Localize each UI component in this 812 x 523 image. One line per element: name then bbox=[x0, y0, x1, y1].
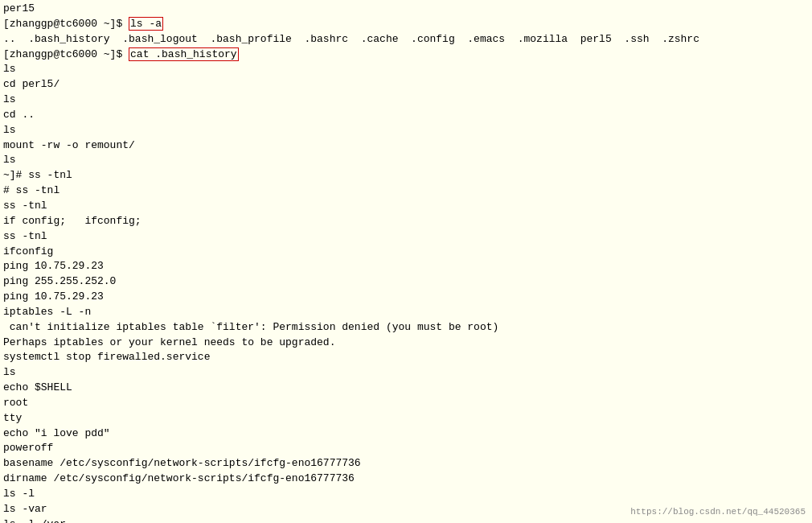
terminal-line: iptables -L -n bbox=[3, 305, 809, 320]
terminal-line: ss -tnl bbox=[3, 229, 809, 245]
prompt-text: [zhanggp@tc6000 ~]$ bbox=[3, 18, 129, 30]
terminal-line: poweroff bbox=[3, 441, 809, 456]
terminal-content: per15[zhanggp@tc6000 ~]$ ls -a.. .bash_h… bbox=[3, 2, 809, 523]
terminal-line: cd .. bbox=[3, 108, 809, 123]
command-highlight: ls -a bbox=[129, 17, 163, 31]
prompt-text: [zhanggp@tc6000 ~]$ bbox=[3, 48, 129, 60]
terminal-line: per15 bbox=[3, 2, 809, 17]
terminal-line: tty bbox=[3, 411, 809, 426]
terminal-line: mount -rw -o remount/ bbox=[3, 138, 809, 154]
terminal-line: ls bbox=[3, 62, 809, 77]
terminal-line: ls bbox=[3, 123, 809, 138]
terminal-line: [zhanggp@tc6000 ~]$ cat .bash_history bbox=[3, 47, 809, 63]
terminal-line: ss -tnl bbox=[3, 199, 809, 214]
terminal-line: echo "i love pdd" bbox=[3, 426, 809, 442]
terminal-line: Perhaps iptables or your kernel needs to… bbox=[3, 336, 809, 351]
terminal-window: per15[zhanggp@tc6000 ~]$ ls -a.. .bash_h… bbox=[0, 0, 812, 523]
terminal-line: ls bbox=[3, 93, 809, 108]
terminal-line: .. .bash_history .bash_logout .bash_prof… bbox=[3, 32, 809, 47]
terminal-line: # ss -tnl bbox=[3, 183, 809, 199]
terminal-line: ls bbox=[3, 153, 809, 168]
terminal-line: ping 255.255.252.0 bbox=[3, 274, 809, 290]
terminal-line: basename /etc/sysconfig/network-scripts/… bbox=[3, 456, 809, 472]
terminal-line: ls -l /var bbox=[3, 517, 809, 523]
terminal-line: cd perl5/ bbox=[3, 77, 809, 93]
terminal-line: [zhanggp@tc6000 ~]$ ls -a bbox=[3, 17, 809, 32]
terminal-line: dirname /etc/sysconfig/network-scripts/i… bbox=[3, 472, 809, 487]
command-highlight: cat .bash_history bbox=[129, 47, 239, 61]
terminal-line: can't initialize iptables table `filter'… bbox=[3, 320, 809, 336]
terminal-line: ifconfig bbox=[3, 245, 809, 260]
terminal-line: systemctl stop firewalled.service bbox=[3, 350, 809, 365]
terminal-line: ls bbox=[3, 365, 809, 381]
terminal-line: ls -l bbox=[3, 487, 809, 502]
terminal-line: ping 10.75.29.23 bbox=[3, 290, 809, 305]
terminal-line: ping 10.75.29.23 bbox=[3, 259, 809, 274]
terminal-line: ~]# ss -tnl bbox=[3, 168, 809, 183]
terminal-line: echo $SHELL bbox=[3, 381, 809, 396]
terminal-line: root bbox=[3, 396, 809, 411]
terminal-line: if config; ifconfig; bbox=[3, 214, 809, 229]
watermark: https://blog.csdn.net/qq_44520365 bbox=[630, 507, 806, 517]
